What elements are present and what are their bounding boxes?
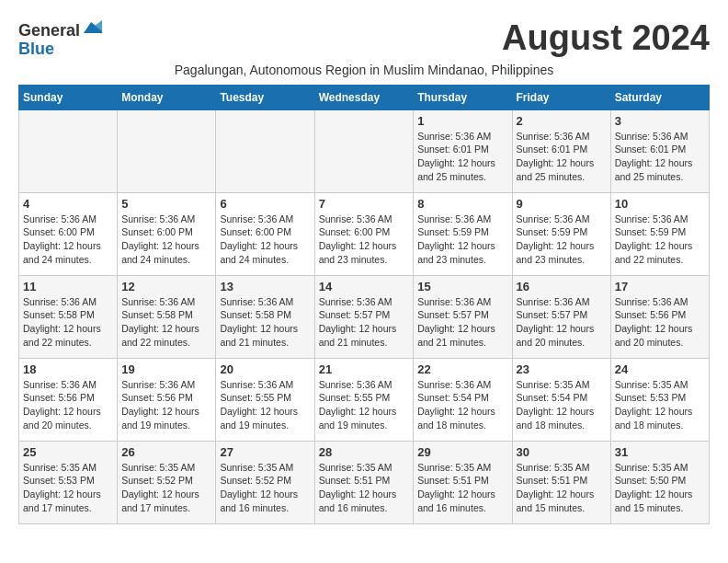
calendar-cell: 14Sunrise: 5:36 AM Sunset: 5:57 PM Dayli…	[314, 275, 414, 358]
day-number: 25	[23, 445, 113, 459]
column-header-tuesday: Tuesday	[216, 85, 314, 109]
day-number: 23	[517, 362, 607, 376]
calendar-cell: 7Sunrise: 5:36 AM Sunset: 6:00 PM Daylig…	[314, 192, 414, 275]
day-info: Sunrise: 5:35 AM Sunset: 5:53 PM Dayligh…	[23, 461, 113, 515]
calendar-cell: 5Sunrise: 5:36 AM Sunset: 6:00 PM Daylig…	[118, 192, 216, 275]
day-info: Sunrise: 5:36 AM Sunset: 5:56 PM Dayligh…	[121, 378, 211, 432]
day-number: 16	[517, 280, 607, 293]
day-number: 22	[417, 362, 507, 376]
day-number: 7	[319, 197, 410, 211]
day-number: 5	[121, 197, 211, 211]
calendar-cell: 21Sunrise: 5:36 AM Sunset: 5:55 PM Dayli…	[314, 358, 414, 441]
calendar-cell: 15Sunrise: 5:36 AM Sunset: 5:57 PM Dayli…	[414, 275, 512, 358]
calendar-cell: 6Sunrise: 5:36 AM Sunset: 6:00 PM Daylig…	[216, 192, 314, 275]
calendar-cell: 25Sunrise: 5:35 AM Sunset: 5:53 PM Dayli…	[19, 441, 118, 523]
column-header-wednesday: Wednesday	[314, 85, 414, 109]
logo: General Blue	[18, 22, 102, 59]
column-header-monday: Monday	[118, 85, 216, 109]
day-number: 30	[517, 445, 607, 459]
calendar-cell: 2Sunrise: 5:36 AM Sunset: 6:01 PM Daylig…	[512, 109, 610, 192]
calendar-cell: 30Sunrise: 5:35 AM Sunset: 5:51 PM Dayli…	[512, 441, 610, 523]
day-number: 8	[417, 197, 507, 211]
day-number: 18	[23, 362, 113, 376]
day-info: Sunrise: 5:36 AM Sunset: 5:58 PM Dayligh…	[220, 295, 310, 350]
calendar-cell: 13Sunrise: 5:36 AM Sunset: 5:58 PM Dayli…	[216, 275, 314, 358]
day-info: Sunrise: 5:36 AM Sunset: 6:01 PM Dayligh…	[417, 130, 507, 184]
calendar-table: SundayMondayTuesdayWednesdayThursdayFrid…	[18, 85, 710, 524]
day-info: Sunrise: 5:36 AM Sunset: 6:00 PM Dayligh…	[121, 213, 211, 267]
day-number: 14	[319, 280, 410, 293]
day-number: 28	[319, 445, 410, 459]
day-number: 20	[220, 362, 310, 376]
column-header-sunday: Sunday	[19, 85, 118, 109]
calendar-cell: 24Sunrise: 5:35 AM Sunset: 5:53 PM Dayli…	[610, 358, 709, 441]
day-info: Sunrise: 5:36 AM Sunset: 5:56 PM Dayligh…	[23, 378, 113, 432]
day-number: 24	[615, 362, 705, 376]
calendar-cell: 26Sunrise: 5:35 AM Sunset: 5:52 PM Dayli…	[118, 441, 216, 523]
calendar-cell: 8Sunrise: 5:36 AM Sunset: 5:59 PM Daylig…	[414, 192, 512, 275]
day-info: Sunrise: 5:35 AM Sunset: 5:51 PM Dayligh…	[517, 461, 607, 515]
day-number: 15	[417, 280, 507, 293]
calendar-cell: 28Sunrise: 5:35 AM Sunset: 5:51 PM Dayli…	[314, 441, 414, 523]
day-number: 1	[417, 114, 507, 128]
calendar-cell: 23Sunrise: 5:35 AM Sunset: 5:54 PM Dayli…	[512, 358, 610, 441]
day-info: Sunrise: 5:36 AM Sunset: 5:58 PM Dayligh…	[23, 295, 113, 350]
day-info: Sunrise: 5:36 AM Sunset: 5:57 PM Dayligh…	[319, 295, 410, 350]
day-number: 13	[220, 280, 310, 293]
day-info: Sunrise: 5:36 AM Sunset: 5:56 PM Dayligh…	[615, 295, 705, 350]
day-info: Sunrise: 5:36 AM Sunset: 6:00 PM Dayligh…	[319, 213, 410, 267]
calendar-cell: 10Sunrise: 5:36 AM Sunset: 5:59 PM Dayli…	[610, 192, 709, 275]
calendar-cell: 16Sunrise: 5:36 AM Sunset: 5:57 PM Dayli…	[512, 275, 610, 358]
calendar-cell	[314, 109, 414, 192]
calendar-cell: 27Sunrise: 5:35 AM Sunset: 5:52 PM Dayli…	[216, 441, 314, 523]
calendar-cell: 29Sunrise: 5:35 AM Sunset: 5:51 PM Dayli…	[414, 441, 512, 523]
logo-general: General	[18, 22, 80, 40]
calendar-cell: 9Sunrise: 5:36 AM Sunset: 5:59 PM Daylig…	[512, 192, 610, 275]
calendar-cell: 19Sunrise: 5:36 AM Sunset: 5:56 PM Dayli…	[118, 358, 216, 441]
day-info: Sunrise: 5:35 AM Sunset: 5:51 PM Dayligh…	[319, 461, 410, 515]
calendar-cell: 31Sunrise: 5:35 AM Sunset: 5:50 PM Dayli…	[610, 441, 709, 523]
day-number: 31	[615, 445, 705, 459]
day-info: Sunrise: 5:35 AM Sunset: 5:50 PM Dayligh…	[615, 461, 705, 515]
day-number: 4	[23, 197, 113, 211]
day-info: Sunrise: 5:36 AM Sunset: 5:59 PM Dayligh…	[417, 213, 507, 267]
calendar-cell	[216, 109, 314, 192]
day-info: Sunrise: 5:36 AM Sunset: 5:57 PM Dayligh…	[417, 295, 507, 350]
calendar-cell	[19, 109, 118, 192]
calendar-cell: 18Sunrise: 5:36 AM Sunset: 5:56 PM Dayli…	[19, 358, 118, 441]
calendar-cell: 17Sunrise: 5:36 AM Sunset: 5:56 PM Dayli…	[610, 275, 709, 358]
day-info: Sunrise: 5:36 AM Sunset: 5:54 PM Dayligh…	[417, 378, 507, 432]
day-info: Sunrise: 5:36 AM Sunset: 5:55 PM Dayligh…	[319, 378, 410, 432]
logo-icon	[82, 18, 102, 37]
day-info: Sunrise: 5:36 AM Sunset: 5:59 PM Dayligh…	[615, 213, 705, 267]
column-header-saturday: Saturday	[610, 85, 709, 109]
day-info: Sunrise: 5:36 AM Sunset: 6:01 PM Dayligh…	[517, 130, 607, 184]
calendar-cell: 22Sunrise: 5:36 AM Sunset: 5:54 PM Dayli…	[414, 358, 512, 441]
day-info: Sunrise: 5:36 AM Sunset: 5:55 PM Dayligh…	[220, 378, 310, 432]
day-info: Sunrise: 5:36 AM Sunset: 5:57 PM Dayligh…	[517, 295, 607, 350]
day-info: Sunrise: 5:35 AM Sunset: 5:53 PM Dayligh…	[615, 378, 705, 432]
day-number: 19	[121, 362, 211, 376]
calendar-cell: 12Sunrise: 5:36 AM Sunset: 5:58 PM Dayli…	[118, 275, 216, 358]
day-number: 3	[615, 114, 705, 128]
day-info: Sunrise: 5:36 AM Sunset: 6:01 PM Dayligh…	[615, 130, 705, 184]
day-number: 9	[517, 197, 607, 211]
subtitle: Pagalungan, Autonomous Region in Muslim …	[18, 63, 710, 77]
calendar-cell: 4Sunrise: 5:36 AM Sunset: 6:00 PM Daylig…	[19, 192, 118, 275]
day-info: Sunrise: 5:35 AM Sunset: 5:54 PM Dayligh…	[517, 378, 607, 432]
day-info: Sunrise: 5:36 AM Sunset: 5:59 PM Dayligh…	[517, 213, 607, 267]
column-header-thursday: Thursday	[414, 85, 512, 109]
day-number: 6	[220, 197, 310, 211]
day-info: Sunrise: 5:35 AM Sunset: 5:51 PM Dayligh…	[417, 461, 507, 515]
day-number: 26	[121, 445, 211, 459]
calendar-cell: 3Sunrise: 5:36 AM Sunset: 6:01 PM Daylig…	[610, 109, 709, 192]
column-header-friday: Friday	[512, 85, 610, 109]
calendar-cell: 11Sunrise: 5:36 AM Sunset: 5:58 PM Dayli…	[19, 275, 118, 358]
day-number: 27	[220, 445, 310, 459]
day-number: 2	[517, 114, 607, 128]
month-title: August 2024	[502, 18, 710, 58]
day-info: Sunrise: 5:35 AM Sunset: 5:52 PM Dayligh…	[220, 461, 310, 515]
day-info: Sunrise: 5:35 AM Sunset: 5:52 PM Dayligh…	[121, 461, 211, 515]
calendar-cell: 20Sunrise: 5:36 AM Sunset: 5:55 PM Dayli…	[216, 358, 314, 441]
day-number: 29	[417, 445, 507, 459]
